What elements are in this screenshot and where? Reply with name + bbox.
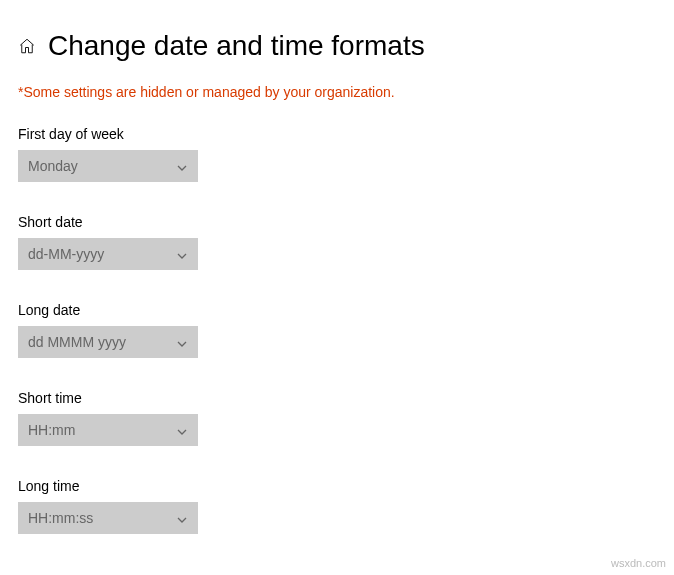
watermark: wsxdn.com bbox=[611, 557, 666, 569]
long-time-select[interactable]: HH:mm:ss bbox=[18, 502, 198, 534]
organization-warning: *Some settings are hidden or managed by … bbox=[18, 84, 656, 100]
short-date-value: dd-MM-yyyy bbox=[28, 246, 104, 262]
chevron-down-icon bbox=[176, 160, 188, 172]
short-time-select[interactable]: HH:mm bbox=[18, 414, 198, 446]
long-date-label: Long date bbox=[18, 302, 656, 318]
short-date-group: Short date dd-MM-yyyy bbox=[18, 214, 656, 270]
first-day-of-week-value: Monday bbox=[28, 158, 78, 174]
short-time-group: Short time HH:mm bbox=[18, 390, 656, 446]
long-time-label: Long time bbox=[18, 478, 656, 494]
chevron-down-icon bbox=[176, 248, 188, 260]
long-date-value: dd MMMM yyyy bbox=[28, 334, 126, 350]
page-title: Change date and time formats bbox=[48, 30, 425, 62]
first-day-of-week-select[interactable]: Monday bbox=[18, 150, 198, 182]
page-header: Change date and time formats bbox=[18, 30, 656, 62]
short-time-label: Short time bbox=[18, 390, 656, 406]
short-date-select[interactable]: dd-MM-yyyy bbox=[18, 238, 198, 270]
chevron-down-icon bbox=[176, 424, 188, 436]
chevron-down-icon bbox=[176, 512, 188, 524]
long-date-select[interactable]: dd MMMM yyyy bbox=[18, 326, 198, 358]
short-date-label: Short date bbox=[18, 214, 656, 230]
first-day-of-week-group: First day of week Monday bbox=[18, 126, 656, 182]
short-time-value: HH:mm bbox=[28, 422, 75, 438]
first-day-of-week-label: First day of week bbox=[18, 126, 656, 142]
long-date-group: Long date dd MMMM yyyy bbox=[18, 302, 656, 358]
chevron-down-icon bbox=[176, 336, 188, 348]
home-icon[interactable] bbox=[18, 37, 36, 55]
long-time-group: Long time HH:mm:ss bbox=[18, 478, 656, 534]
long-time-value: HH:mm:ss bbox=[28, 510, 93, 526]
